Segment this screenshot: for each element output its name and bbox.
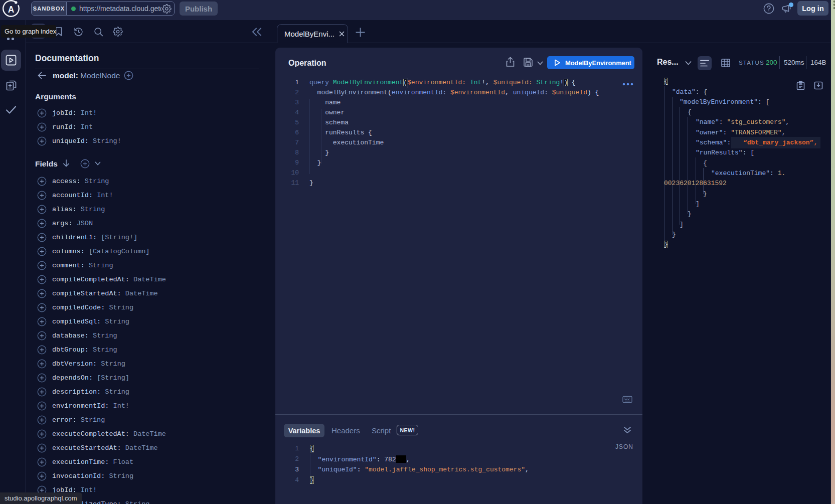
svg-text:A: A <box>8 5 15 15</box>
